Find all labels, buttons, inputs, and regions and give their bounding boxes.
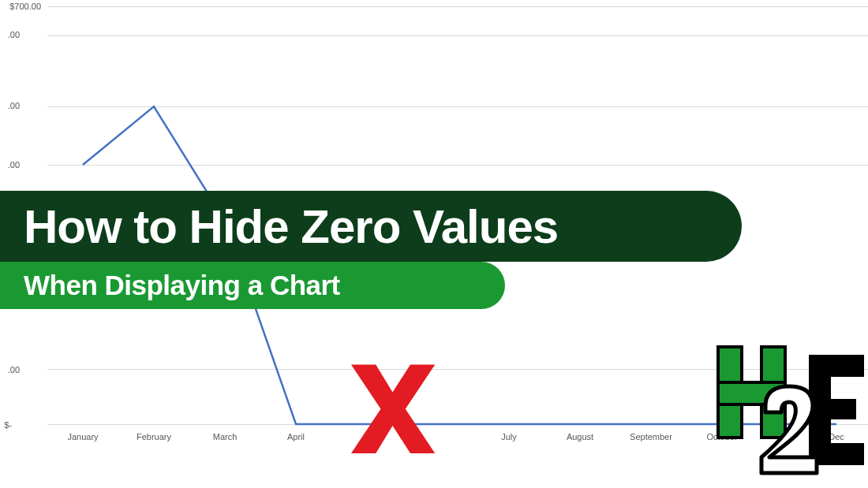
- subtitle-banner: When Displaying a Chart: [0, 262, 505, 309]
- x-tick-label: April: [287, 432, 305, 441]
- gridline: [47, 165, 868, 166]
- gridline: [47, 106, 868, 107]
- x-tick-label: January: [67, 432, 98, 441]
- y-tick-label: $700.00: [2, 2, 41, 11]
- gridline: [47, 6, 868, 7]
- x-tick-label: March: [213, 432, 238, 441]
- y-tick-label: .00: [0, 365, 20, 374]
- x-tick-label: September: [630, 432, 672, 441]
- y-tick-label: .00: [0, 160, 20, 169]
- y-tick-label: .00: [0, 101, 20, 110]
- y-tick-label: .00: [0, 30, 20, 39]
- x-tick-label: February: [137, 432, 171, 441]
- y-tick-label: $-: [0, 420, 12, 430]
- title-text: How to Hide Zero Values: [24, 199, 558, 254]
- x-tick-label: August: [567, 432, 593, 441]
- svg-rect-4: [809, 355, 864, 377]
- title-banner: How to Hide Zero Values: [0, 191, 742, 262]
- cross-icon: [339, 355, 442, 473]
- subtitle-text: When Displaying a Chart: [24, 270, 340, 301]
- svg-rect-5: [809, 399, 856, 419]
- brand-logo: [710, 339, 868, 481]
- gridline: [47, 35, 868, 36]
- x-tick-label: July: [501, 432, 517, 441]
